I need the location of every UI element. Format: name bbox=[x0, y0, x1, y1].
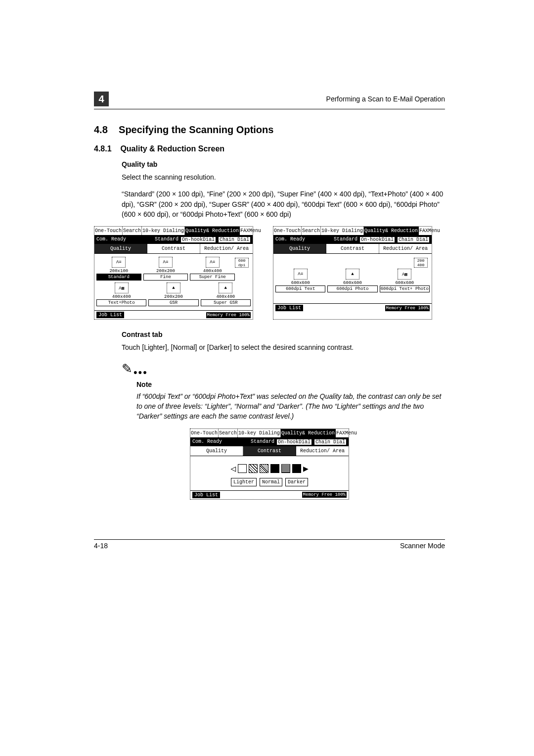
option-label: Super Fine bbox=[190, 274, 235, 281]
contrast-level-6[interactable] bbox=[292, 464, 301, 473]
tab-ten-key-dialing[interactable]: 10-key Dialing bbox=[142, 227, 185, 235]
option-label: Super GSR bbox=[201, 299, 251, 306]
text-mode-icon: A≡ bbox=[206, 257, 220, 268]
page-number: 4-18 bbox=[94, 542, 108, 550]
job-list-button[interactable]: Job List bbox=[275, 305, 303, 311]
option-label: 600dpi Text+ Photo bbox=[380, 285, 430, 292]
quality-screen-right: One-Touch Search 10-key Dialing Quality&… bbox=[273, 226, 432, 320]
option-600dpi-text[interactable]: A≡ 600x600 600dpi Text bbox=[275, 269, 325, 292]
darker-button[interactable]: Darker bbox=[285, 478, 308, 486]
photo-icon: ▲ bbox=[167, 283, 180, 293]
normal-button[interactable]: Normal bbox=[260, 478, 282, 486]
subtab-contrast[interactable]: Contrast bbox=[243, 446, 296, 456]
chain-dial-button[interactable]: Chain Dial bbox=[218, 236, 251, 243]
tab-one-touch[interactable]: One-Touch bbox=[94, 227, 123, 235]
status-com-ready: Com. Ready bbox=[96, 236, 126, 243]
chain-dial-button[interactable]: Chain Dial bbox=[314, 439, 347, 445]
subtab-quality[interactable]: Quality bbox=[190, 446, 243, 456]
option-standard[interactable]: A≡ 200x100 Standard bbox=[96, 257, 141, 281]
subtab-quality[interactable]: Quality bbox=[273, 244, 326, 253]
tab-fax-menu[interactable]: FAXMenu bbox=[240, 227, 262, 235]
tab-ten-key-dialing[interactable]: 10-key Dialing bbox=[238, 429, 281, 437]
res-label: 200x100 bbox=[109, 269, 128, 274]
section-number: 4.8 bbox=[94, 124, 108, 135]
section-heading: 4.8 Specifying the Scanning Options bbox=[94, 124, 445, 136]
quality-screens-row: One-Touch Search 10-key Dialing Quality&… bbox=[94, 226, 445, 320]
contrast-level-5[interactable] bbox=[281, 464, 290, 473]
tab-fax-menu[interactable]: FAXMenu bbox=[419, 227, 441, 235]
tab-fax-menu[interactable]: FAXMenu bbox=[336, 429, 357, 437]
darker-arrow-icon[interactable]: ▶ bbox=[303, 463, 309, 474]
option-label: Fine bbox=[143, 274, 188, 281]
option-text-photo[interactable]: A▦ 400x400 Text+Photo bbox=[96, 283, 146, 306]
quality-intro: Select the scanning resolution. bbox=[122, 172, 445, 182]
header-rule bbox=[94, 109, 445, 109]
status-standard: Standard bbox=[334, 236, 357, 243]
dpi-page-toggle[interactable]: 200 400 bbox=[414, 258, 428, 268]
option-600dpi-text-photo[interactable]: A▦ 600x600 600dpi Text+ Photo bbox=[380, 269, 430, 292]
photo-icon: ▲ bbox=[219, 283, 232, 293]
option-super-fine[interactable]: A≡ 400x400 Super Fine bbox=[190, 257, 235, 281]
contrast-level-4[interactable] bbox=[270, 464, 279, 473]
chain-dial-button[interactable]: Chain Dial bbox=[397, 236, 430, 243]
text-mode-icon: A≡ bbox=[294, 269, 308, 280]
footer-title: Scanner Mode bbox=[400, 542, 445, 550]
subtab-contrast[interactable]: Contrast bbox=[326, 244, 379, 253]
tab-search[interactable]: Search bbox=[302, 227, 321, 235]
tab-one-touch[interactable]: One-Touch bbox=[190, 429, 219, 437]
tab-ten-key-dialing[interactable]: 10-key Dialing bbox=[321, 227, 364, 235]
res-label: 400x400 bbox=[112, 294, 131, 299]
text-mode-icon: A≡ bbox=[112, 257, 126, 268]
option-super-gsr[interactable]: ▲ 400x400 Super GSR bbox=[201, 283, 251, 306]
status-standard: Standard bbox=[251, 439, 274, 445]
option-600dpi-photo[interactable]: ▲ 600x600 600dpi Photo bbox=[327, 269, 377, 292]
option-label: Text+Photo bbox=[96, 299, 146, 306]
res-label: 400x400 bbox=[203, 269, 222, 274]
tab-quality-reduction[interactable]: Quality& Reduction bbox=[364, 227, 419, 235]
dpi-page-toggle[interactable]: 600 dpi bbox=[235, 258, 249, 268]
tab-search[interactable]: Search bbox=[123, 227, 142, 235]
lighter-button[interactable]: Lighter bbox=[231, 478, 257, 486]
contrast-level-3[interactable] bbox=[260, 464, 268, 473]
lighter-arrow-icon[interactable]: ◁ bbox=[230, 463, 236, 474]
subsection-title: Quality & Reduction Screen bbox=[120, 144, 224, 153]
contrast-screen: One-Touch Search 10-key Dialing Quality&… bbox=[190, 428, 349, 500]
note-block: ✎••• Note If “600dpi Text” or “600dpi Ph… bbox=[122, 361, 445, 421]
tab-one-touch[interactable]: One-Touch bbox=[273, 227, 302, 235]
subtab-reduction-area[interactable]: Reduction/ Area bbox=[379, 244, 432, 253]
option-label: Standard bbox=[96, 274, 141, 281]
text-photo-icon: A▦ bbox=[398, 269, 411, 280]
note-text: If “600dpi Text” or “600dpi Photo+Text” … bbox=[136, 391, 445, 422]
onhook-dial-button[interactable]: On-hookDial bbox=[180, 236, 216, 243]
onhook-dial-button[interactable]: On-hookDial bbox=[276, 439, 312, 445]
onhook-dial-button[interactable]: On-hookDial bbox=[359, 236, 395, 243]
note-icon: ✎••• bbox=[122, 361, 445, 379]
chapter-number-badge: 4 bbox=[94, 92, 109, 106]
subsection-number: 4.8.1 bbox=[94, 144, 112, 153]
running-head: Performing a Scan to E-Mail Operation bbox=[326, 95, 445, 103]
subtab-reduction-area[interactable]: Reduction/ Area bbox=[296, 446, 349, 456]
res-label: 400x400 bbox=[216, 294, 235, 299]
res-label: 200x200 bbox=[156, 269, 175, 274]
quality-detail-paragraph: “Standard” (200 × 100 dpi), “Fine” (200 … bbox=[122, 189, 445, 219]
memory-free-indicator: Memory Free 100% bbox=[302, 492, 347, 498]
option-fine[interactable]: A≡ 200x200 Fine bbox=[143, 257, 188, 281]
subtab-contrast[interactable]: Contrast bbox=[147, 244, 200, 253]
res-label: 200x200 bbox=[164, 294, 183, 299]
job-list-button[interactable]: Job List bbox=[192, 492, 220, 498]
contrast-level-2[interactable] bbox=[249, 464, 258, 473]
subtab-quality[interactable]: Quality bbox=[94, 244, 147, 253]
tab-quality-reduction[interactable]: Quality& Reduction bbox=[185, 227, 240, 235]
quality-tab-heading: Quality tab bbox=[122, 160, 445, 168]
res-label: 600x600 bbox=[291, 281, 310, 285]
option-gsr[interactable]: ▲ 200x200 GSR bbox=[148, 283, 198, 306]
text-mode-icon: A≡ bbox=[159, 257, 173, 268]
tab-search[interactable]: Search bbox=[219, 429, 238, 437]
tab-quality-reduction[interactable]: Quality& Reduction bbox=[281, 429, 336, 437]
option-label: 600dpi Text bbox=[275, 285, 325, 292]
job-list-button[interactable]: Job List bbox=[96, 312, 124, 318]
text-photo-icon: A▦ bbox=[115, 283, 129, 293]
contrast-level-1[interactable] bbox=[238, 464, 247, 473]
subtab-reduction-area[interactable]: Reduction/ Area bbox=[200, 244, 253, 253]
contrast-tab-heading: Contrast tab bbox=[122, 331, 445, 338]
